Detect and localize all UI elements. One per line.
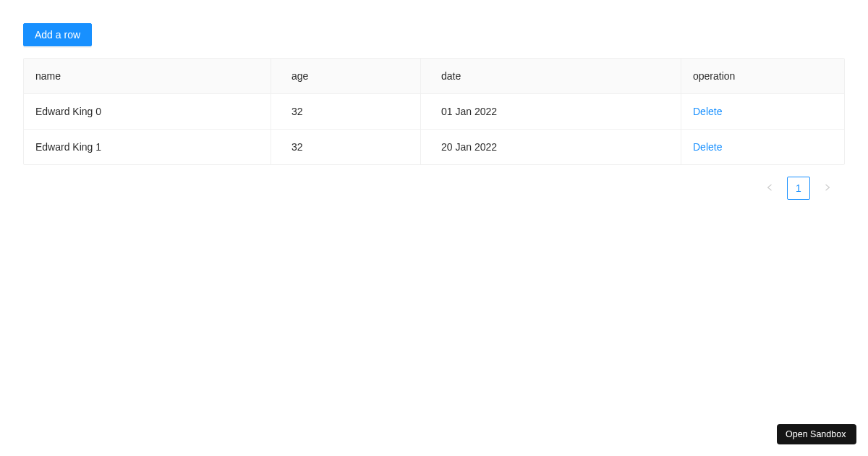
column-header-name: name	[24, 59, 271, 94]
chevron-right-icon	[823, 182, 832, 194]
cell-operation: Delete	[681, 94, 844, 130]
data-table: name age date operation Edward King 0 32…	[23, 58, 845, 165]
add-row-button[interactable]: Add a row	[23, 23, 92, 46]
column-header-date: date	[421, 59, 681, 94]
delete-link[interactable]: Delete	[693, 106, 722, 117]
pagination-next-button[interactable]	[816, 177, 839, 200]
pagination-page-1[interactable]: 1	[787, 177, 810, 200]
pagination-prev-button[interactable]	[758, 177, 781, 200]
cell-date[interactable]: 01 Jan 2022	[421, 94, 681, 130]
column-header-age: age	[271, 59, 421, 94]
delete-link[interactable]: Delete	[693, 141, 722, 153]
cell-operation: Delete	[681, 130, 844, 164]
table-header: name age date operation	[24, 59, 844, 94]
cell-age[interactable]: 32	[271, 94, 421, 130]
cell-name[interactable]: Edward King 1	[24, 130, 271, 164]
column-header-operation: operation	[681, 59, 844, 94]
cell-age[interactable]: 32	[271, 130, 421, 164]
table-row: Edward King 1 32 20 Jan 2022 Delete	[24, 130, 844, 164]
cell-date[interactable]: 20 Jan 2022	[421, 130, 681, 164]
open-sandbox-button[interactable]: Open Sandbox	[777, 424, 856, 444]
cell-name[interactable]: Edward King 0	[24, 94, 271, 130]
pagination: 1	[23, 177, 845, 200]
table-row: Edward King 0 32 01 Jan 2022 Delete	[24, 94, 844, 130]
chevron-left-icon	[765, 182, 774, 194]
